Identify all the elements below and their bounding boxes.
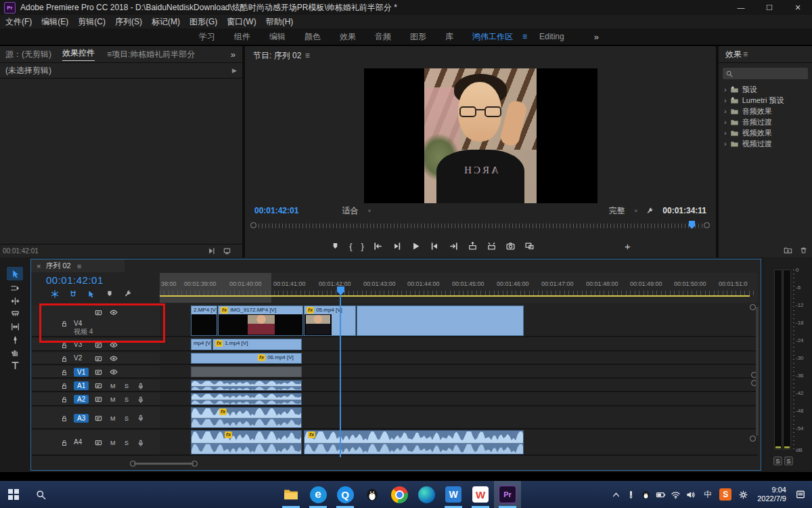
ripple-edit-tool[interactable] [7,296,23,306]
toggle-track-output-eye-icon[interactable] [109,354,118,363]
track-lane-v3[interactable]: mp4 [V]fx1.mp4 [V] [160,339,758,352]
workspace-tab-assembly[interactable]: 组件 [234,31,250,43]
track-header-v1[interactable]: V1 [32,366,160,379]
menu-clip[interactable]: 剪辑(C) [78,16,106,28]
video-clip[interactable] [191,366,302,377]
close-icon[interactable]: × [37,262,41,270]
slip-tool[interactable] [7,322,23,332]
settings-gear-icon[interactable] [736,484,750,505]
maximize-button[interactable]: ☐ [755,3,784,12]
chevron-up-icon[interactable] [608,484,623,505]
type-tool[interactable] [7,360,23,371]
step-back-button[interactable] [392,241,402,251]
track-lane-a2[interactable] [160,393,758,406]
voiceover-record-mic-icon[interactable] [137,382,145,390]
track-header-a2[interactable]: A2MS [32,393,160,406]
delete-icon[interactable] [799,246,808,255]
mute-button[interactable]: M [110,396,116,403]
solo-button[interactable]: S [125,440,129,446]
menu-window[interactable]: 窗口(W) [227,16,256,28]
play-button[interactable] [411,241,421,251]
no-clip-row[interactable]: (未选择剪辑) ▶ [0,63,242,79]
panel-overflow-icon[interactable]: » [231,49,235,60]
video-clip[interactable]: 2.MP4 [V] [191,305,217,336]
voiceover-record-mic-icon[interactable] [137,396,145,404]
audio-clip[interactable]: fx [191,430,302,454]
panel-menu-icon[interactable]: ≡ [107,49,112,59]
effects-folder-3[interactable]: ›音频过渡 [719,117,812,127]
workspace-tab-graphics[interactable]: 图形 [410,31,426,43]
sync-lock-icon[interactable] [94,414,103,423]
video-clip[interactable]: fxIMG_9172.MP4 [V] [218,305,303,336]
panel-menu-icon[interactable]: ≡ [305,51,310,60]
solo-right-button[interactable]: S [784,457,793,465]
linked-selection-button[interactable] [87,289,96,299]
tree-chevron-icon[interactable]: › [724,96,727,104]
taskbar-app-word[interactable]: W [440,481,467,508]
close-button[interactable]: ✕ [784,3,812,12]
ime-indicator[interactable]: 中 [700,484,715,505]
export-frame-button[interactable] [505,241,516,251]
workspace-overflow-icon[interactable]: » [594,32,599,42]
taskbar-clock[interactable]: 9:04 2022/7/9 [757,486,786,503]
compare-view-button[interactable] [524,241,535,251]
workspace-tab-editing-en[interactable]: Editing [539,32,564,41]
lock-icon[interactable] [60,396,68,404]
solo-button[interactable]: S [125,383,129,389]
audio-clip[interactable]: fx [191,407,302,428]
track-lane-a1[interactable] [160,380,758,392]
workspace-tab-color[interactable]: 颜色 [304,31,321,43]
battery-icon[interactable] [653,484,668,505]
mute-button[interactable]: M [110,383,116,389]
zoom-fit-dropdown[interactable]: 适合 [342,205,358,217]
menu-file[interactable]: 文件(F) [5,16,32,28]
export-frame-icon[interactable] [223,247,231,255]
lock-icon[interactable] [60,355,68,363]
tree-chevron-icon[interactable]: › [724,140,727,148]
workspace-tab-editing[interactable]: 编辑 [269,31,286,43]
go-to-out-button[interactable] [449,241,459,251]
sync-lock-icon[interactable] [94,381,103,390]
hand-tool[interactable] [7,347,23,358]
video-clip[interactable]: fx06.mp4 [V] [191,353,302,364]
tree-chevron-icon[interactable]: › [724,118,727,126]
step-forward-button[interactable] [430,241,440,251]
new-custom-bin-icon[interactable] [784,246,792,255]
notification-center-icon[interactable] [793,484,808,505]
workspace-tab-audio[interactable]: 音频 [375,31,391,43]
tree-chevron-icon[interactable]: › [724,85,727,93]
play-in-to-out-icon[interactable] [207,247,216,255]
menu-help[interactable]: 帮助(H) [266,16,294,28]
voiceover-record-mic-icon[interactable] [137,439,145,447]
taskbar-app-edge[interactable] [413,481,440,508]
menu-markers[interactable]: 标记(M) [152,16,180,28]
wifi-icon[interactable] [668,484,683,505]
tree-chevron-icon[interactable]: › [724,107,727,115]
track-header-a3[interactable]: A3MS [32,407,160,429]
settings-wrench-icon[interactable] [646,207,654,215]
program-current-time[interactable]: 00:01:42:01 [254,206,298,215]
mute-button[interactable]: M [110,440,116,446]
solo-button[interactable]: S [125,396,129,403]
vertical-scrollbar[interactable] [756,307,759,436]
taskbar-app-file-explorer[interactable] [277,481,304,508]
scrollbar-left-handle[interactable] [250,222,256,228]
workspace-tab-learning[interactable]: 学习 [199,31,215,43]
lock-icon[interactable] [60,439,68,447]
effects-folder-0[interactable]: ›预设 [719,84,812,95]
menu-graphics[interactable]: 图形(G) [189,16,217,28]
pen-tool[interactable] [7,335,23,345]
taskbar-app-q-browser[interactable]: Q [332,481,359,508]
toggle-track-output-eye-icon[interactable] [109,367,118,377]
nest-toggle-button[interactable] [50,289,60,299]
track-lane-a3[interactable]: fx [160,407,758,429]
sogou-icon[interactable]: S [718,484,733,505]
track-header-v2[interactable]: V2 [32,353,160,365]
lock-icon[interactable] [60,415,68,423]
audio-clip[interactable] [191,380,302,391]
extract-button[interactable] [487,241,497,251]
track-scroll-handle[interactable] [750,436,756,442]
video-clip[interactable]: mp4 [V] [191,339,212,350]
menu-edit[interactable]: 编辑(E) [41,16,68,28]
solo-button[interactable]: S [125,415,129,422]
